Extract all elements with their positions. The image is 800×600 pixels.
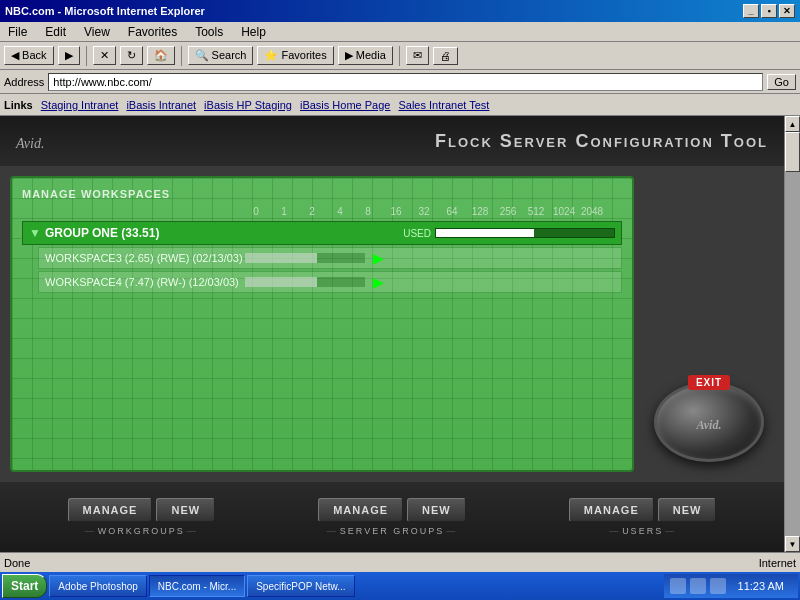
- mail-button[interactable]: ✉: [406, 46, 429, 65]
- scroll-thumb[interactable]: [785, 132, 800, 172]
- workspace-name-0: WORKSPACE3 (2.65) (RWE) (02/13/03): [45, 252, 245, 264]
- print-button[interactable]: 🖨: [433, 47, 458, 65]
- workgroups-group: MANAGE NEW WORKGROUPS: [68, 498, 216, 536]
- taskbar-photoshop[interactable]: Adobe Photoshop: [49, 575, 147, 597]
- home-button[interactable]: 🏠: [147, 46, 175, 65]
- scale-1: 1: [270, 206, 298, 217]
- address-label: Address: [4, 76, 44, 88]
- workspace-row-0[interactable]: WORKSPACE3 (2.65) (RWE) (02/13/03) ▶: [38, 247, 622, 269]
- scale-64: 64: [438, 206, 466, 217]
- bottom-toolbar: MANAGE NEW WORKGROUPS MANAGE NEW SERVER …: [0, 482, 784, 552]
- link-ibasis-intranet[interactable]: iBasis Intranet: [126, 99, 196, 111]
- menu-view[interactable]: View: [80, 24, 114, 40]
- scale-0: 0: [242, 206, 270, 217]
- scroll-track[interactable]: [785, 132, 800, 536]
- taskbar-clock: 11:23 AM: [730, 580, 792, 592]
- forward-button[interactable]: ▶: [58, 46, 80, 65]
- scrollbar-right: ▲ ▼: [784, 116, 800, 552]
- usage-bar: [436, 229, 534, 237]
- refresh-button[interactable]: ↻: [120, 46, 143, 65]
- workspace-panel: MANAGE WORKSPACES 0 1 2 4 8 16 32: [10, 176, 634, 472]
- status-text: Done: [4, 557, 30, 569]
- taskbar: Start Adobe Photoshop NBC.com - Micr... …: [0, 572, 800, 600]
- server-groups-label: SERVER GROUPS: [325, 526, 459, 536]
- menu-edit[interactable]: Edit: [41, 24, 70, 40]
- users-group: MANAGE NEW USERS: [569, 498, 717, 536]
- menu-file[interactable]: File: [4, 24, 31, 40]
- status-left: Done: [4, 557, 30, 569]
- scroll-down-button[interactable]: ▼: [785, 536, 800, 552]
- exit-badge[interactable]: EXIT: [688, 375, 730, 390]
- links-bar: Links Staging Intranet iBasis Intranet i…: [0, 94, 800, 116]
- stop-button[interactable]: ✕: [93, 46, 116, 65]
- avid-logo-dot: .: [41, 136, 45, 151]
- address-input[interactable]: [48, 73, 763, 91]
- avid-logo-text: Avid: [16, 136, 41, 151]
- link-ibasis-hp-staging[interactable]: iBasis HP Staging: [204, 99, 292, 111]
- workgroups-new-button[interactable]: NEW: [156, 498, 215, 522]
- links-label: Links: [4, 99, 33, 111]
- minimize-button[interactable]: _: [743, 4, 759, 18]
- menu-tools[interactable]: Tools: [191, 24, 227, 40]
- workgroups-buttons: MANAGE NEW: [68, 498, 216, 522]
- scale-1024: 1024: [550, 206, 578, 217]
- content-area: Avid. Flock Server Configuration Tool MA…: [0, 116, 784, 552]
- scale-128: 128: [466, 206, 494, 217]
- menu-favorites[interactable]: Favorites: [124, 24, 181, 40]
- flock-title: Flock Server Configuration Tool: [435, 131, 768, 152]
- toolbar-separator-2: [181, 46, 182, 66]
- users-new-button[interactable]: NEW: [658, 498, 717, 522]
- ws-bar-area-0: [245, 253, 365, 263]
- ws-bar-0: [245, 253, 317, 263]
- go-button[interactable]: Go: [767, 74, 796, 90]
- group-row[interactable]: ▼ GROUP ONE (33.51) USED: [22, 221, 622, 245]
- link-sales-intranet[interactable]: Sales Intranet Test: [398, 99, 489, 111]
- ws-bar-area-1: [245, 277, 365, 287]
- scale-256: 256: [494, 206, 522, 217]
- avid-orb-text: Avid.: [697, 411, 722, 434]
- link-staging-intranet[interactable]: Staging Intranet: [41, 99, 119, 111]
- taskbar-specificpop[interactable]: SpecificPOP Netw...: [247, 575, 354, 597]
- workspace-row-1[interactable]: WORKSPACE4 (7.47) (RW-) (12/03/03) ▶: [38, 271, 622, 293]
- menu-help[interactable]: Help: [237, 24, 270, 40]
- link-ibasis-home[interactable]: iBasis Home Page: [300, 99, 391, 111]
- scale-header: 0 1 2 4 8 16 32 64 128 256 512: [22, 206, 622, 217]
- toolbar-separator-1: [86, 46, 87, 66]
- tray-icon-2: [690, 578, 706, 594]
- search-button[interactable]: 🔍 Search: [188, 46, 254, 65]
- title-bar-buttons: _ ▪ ✕: [743, 4, 795, 18]
- start-button[interactable]: Start: [2, 574, 47, 598]
- scale-32: 32: [410, 206, 438, 217]
- workgroups-label: WORKGROUPS: [83, 526, 200, 536]
- users-label: USERS: [607, 526, 678, 536]
- back-button[interactable]: ◀ Back: [4, 46, 54, 65]
- scroll-up-button[interactable]: ▲: [785, 116, 800, 132]
- status-right: Internet: [759, 557, 796, 569]
- users-manage-button[interactable]: MANAGE: [569, 498, 654, 522]
- server-groups-new-button[interactable]: NEW: [407, 498, 466, 522]
- scale-512: 512: [522, 206, 550, 217]
- server-groups-buttons: MANAGE NEW: [318, 498, 466, 522]
- scale-16: 16: [382, 206, 410, 217]
- workgroups-manage-button[interactable]: MANAGE: [68, 498, 153, 522]
- used-label: USED: [403, 228, 431, 239]
- scale-2: 2: [298, 206, 326, 217]
- menu-bar: File Edit View Favorites Tools Help: [0, 22, 800, 42]
- avid-logo: Avid.: [16, 128, 44, 154]
- media-button[interactable]: ▶ Media: [338, 46, 393, 65]
- server-groups-manage-button[interactable]: MANAGE: [318, 498, 403, 522]
- server-groups-group: MANAGE NEW SERVER GROUPS: [318, 498, 466, 536]
- workspace-name-1: WORKSPACE4 (7.47) (RW-) (12/03/03): [45, 276, 245, 288]
- scale-4: 4: [326, 206, 354, 217]
- main-panel: MANAGE WORKSPACES 0 1 2 4 8 16 32: [0, 166, 784, 482]
- close-button[interactable]: ✕: [779, 4, 795, 18]
- ws-play-icon-1[interactable]: ▶: [373, 274, 384, 290]
- ws-play-icon-0[interactable]: ▶: [373, 250, 384, 266]
- avid-app: Avid. Flock Server Configuration Tool MA…: [0, 116, 784, 552]
- restore-button[interactable]: ▪: [761, 4, 777, 18]
- favorites-button[interactable]: ⭐ Favorites: [257, 46, 333, 65]
- taskbar-nbc[interactable]: NBC.com - Micr...: [149, 575, 245, 597]
- scale-2048: 2048: [578, 206, 606, 217]
- avid-orb[interactable]: Avid.: [654, 382, 764, 462]
- toolbar-separator-3: [399, 46, 400, 66]
